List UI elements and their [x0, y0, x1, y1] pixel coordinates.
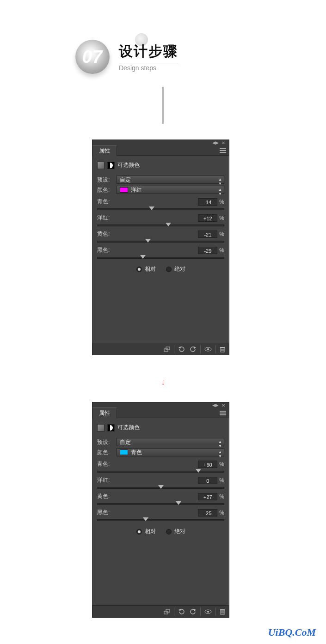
radio-dot-icon	[166, 267, 172, 272]
percent-label: %	[219, 477, 224, 484]
color-value: 洋红	[131, 186, 142, 194]
black-value-input[interactable]: -25	[198, 509, 217, 516]
chevron-updown-icon: ▲▼	[218, 440, 222, 448]
black-slider[interactable]	[97, 257, 224, 259]
percent-label: %	[219, 461, 224, 468]
trash-icon[interactable]	[220, 346, 225, 352]
radio-dot-icon	[166, 529, 172, 535]
slider-label: 青色:	[97, 460, 110, 468]
cyan-value-input[interactable]: -14	[198, 198, 217, 206]
magenta-slider[interactable]	[97, 487, 224, 489]
adjustment-label: 可选颜色	[117, 424, 140, 431]
svg-rect-17	[220, 414, 226, 415]
close-icon[interactable]: ✕	[221, 403, 225, 408]
previous-state-icon[interactable]	[178, 346, 185, 352]
color-row: 颜色: 洋红 ▲▼	[97, 186, 224, 194]
slider-thumb-icon[interactable]	[196, 469, 201, 473]
slider-label: 黄色:	[97, 492, 110, 500]
slider-thumb-icon[interactable]	[145, 239, 151, 243]
clip-to-layer-icon[interactable]	[164, 608, 170, 615]
color-dropdown[interactable]: 洋红 ▲▼	[117, 186, 224, 194]
watermark: UiBQ.CoM	[268, 626, 316, 638]
slider-label: 黄色:	[97, 230, 110, 238]
visibility-eye-icon[interactable]	[204, 608, 212, 615]
adjustment-label: 可选颜色	[117, 161, 140, 169]
previous-state-icon[interactable]	[178, 608, 185, 615]
panel-tabs: 属性	[92, 408, 229, 418]
preset-value: 自定	[120, 176, 131, 184]
radio-absolute[interactable]: 绝对	[166, 265, 185, 273]
cyan-slider[interactable]	[97, 471, 224, 473]
cyan-value-input[interactable]: +60	[198, 461, 217, 468]
slider-label: 洋红:	[97, 476, 110, 484]
radio-dot-icon	[136, 267, 142, 272]
slider-label: 黑色:	[97, 509, 110, 516]
step-title-cn: 设计步骤	[119, 42, 178, 61]
magenta-slider[interactable]	[97, 225, 224, 226]
black-value-input[interactable]: -29	[198, 247, 217, 254]
magenta-value-input[interactable]: 0	[198, 477, 217, 484]
close-icon[interactable]: ✕	[221, 140, 225, 146]
yellow-value-input[interactable]: +27	[198, 493, 217, 500]
slider-thumb-icon[interactable]	[158, 485, 164, 489]
method-radios: 相对 绝对	[97, 265, 224, 273]
visibility-eye-icon[interactable]	[204, 346, 212, 352]
slider-thumb-icon[interactable]	[140, 255, 146, 259]
slider-magenta: 洋红: +12 %	[97, 214, 224, 226]
svg-point-23	[207, 611, 209, 613]
separator	[174, 608, 174, 616]
preset-row: 预设: 自定 ▲▼	[97, 438, 224, 446]
tab-properties[interactable]: 属性	[92, 407, 117, 419]
black-slider[interactable]	[97, 519, 224, 521]
yellow-slider[interactable]	[97, 241, 224, 243]
preset-label: 预设:	[97, 438, 117, 446]
separator	[174, 345, 174, 353]
panel-body: 可选颜色 预设: 自定 ▲▼ 颜色: 洋红 ▲▼ 青色: -14 %	[92, 156, 229, 277]
step-title-en: Design steps	[119, 63, 178, 72]
properties-panel-2: ◀▶ ✕ 属性 可选颜色 预设: 自定 ▲▼ 颜色: 青色 ▲▼	[92, 402, 229, 618]
color-label: 颜色:	[97, 449, 117, 456]
radio-absolute[interactable]: 绝对	[166, 528, 185, 535]
svg-rect-0	[220, 148, 226, 149]
collapse-icon[interactable]: ◀▶	[212, 140, 219, 145]
slider-black: 黑色: -29 %	[97, 246, 224, 259]
preset-row: 预设: 自定 ▲▼	[97, 176, 224, 184]
slider-thumb-icon[interactable]	[176, 501, 181, 505]
yellow-slider[interactable]	[97, 503, 224, 505]
panel-menu-icon[interactable]	[220, 411, 226, 415]
reset-icon[interactable]	[190, 608, 197, 615]
adjustment-header: 可选颜色	[97, 422, 224, 436]
reset-icon[interactable]	[190, 346, 197, 352]
preset-value: 自定	[120, 438, 131, 446]
cyan-slider[interactable]	[97, 208, 224, 210]
selective-color-icon	[107, 162, 115, 169]
percent-label: %	[219, 215, 224, 221]
slider-black: 黑色: -25 %	[97, 509, 224, 521]
svg-rect-25	[220, 609, 225, 610]
separator	[200, 608, 201, 616]
percent-label: %	[219, 199, 224, 205]
collapse-icon[interactable]: ◀▶	[212, 403, 219, 407]
magenta-value-input[interactable]: +12	[198, 214, 217, 222]
color-value: 青色	[131, 449, 142, 456]
color-dropdown[interactable]: 青色 ▲▼	[117, 448, 224, 456]
svg-rect-1	[220, 150, 226, 151]
preset-dropdown[interactable]: 自定 ▲▼	[117, 438, 224, 446]
separator	[200, 345, 201, 353]
panel-body: 可选颜色 预设: 自定 ▲▼ 颜色: 青色 ▲▼ 青色: +60 %	[92, 418, 229, 539]
panel-menu-icon[interactable]	[220, 148, 226, 153]
radio-relative[interactable]: 相对	[136, 265, 156, 273]
slider-thumb-icon[interactable]	[166, 223, 171, 226]
percent-label: %	[219, 231, 224, 237]
color-label: 颜色:	[97, 186, 117, 194]
radio-relative[interactable]: 相对	[136, 528, 156, 535]
yellow-value-input[interactable]: -21	[198, 231, 217, 238]
slider-cyan: 青色: -14 %	[97, 198, 224, 210]
slider-thumb-icon[interactable]	[143, 517, 148, 521]
tab-properties[interactable]: 属性	[92, 145, 117, 156]
preset-dropdown[interactable]: 自定 ▲▼	[117, 176, 224, 184]
trash-icon[interactable]	[220, 608, 225, 615]
radio-dot-icon	[136, 529, 142, 535]
clip-to-layer-icon[interactable]	[164, 346, 170, 352]
slider-thumb-icon[interactable]	[149, 207, 154, 210]
